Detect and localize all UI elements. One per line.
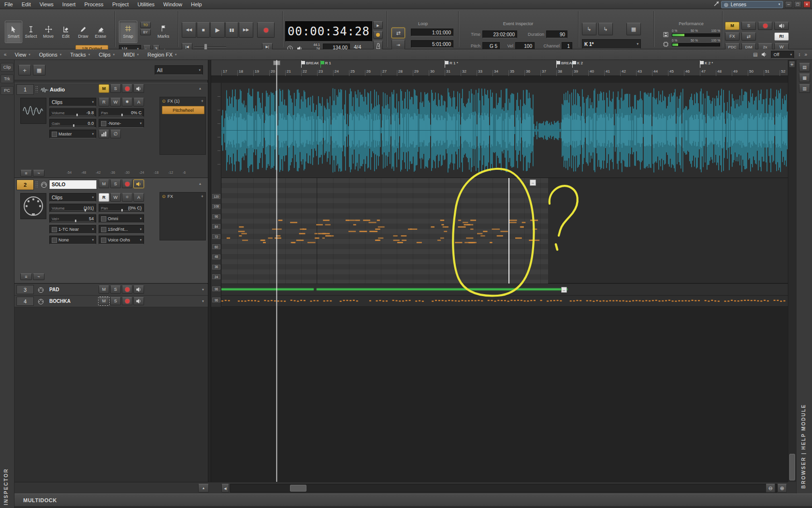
stop-button[interactable]: ■ bbox=[197, 22, 210, 38]
track2-arm-button[interactable] bbox=[122, 179, 132, 188]
lenses-dropdown[interactable]: ◎ Lenses ▾ bbox=[721, 1, 783, 8]
track2-automation-lanes-button[interactable]: ≡ bbox=[20, 273, 32, 280]
add-track-button[interactable]: + bbox=[18, 65, 31, 75]
track1-volume-slider[interactable]: Volume-9.8 bbox=[49, 108, 96, 117]
track-header-2[interactable]: 2 SOLO M S ▴ Clips R W ✱ A Volume(101) P… bbox=[14, 178, 208, 284]
expand-up-button[interactable]: ▴ bbox=[198, 484, 209, 493]
vertical-scrollbar[interactable]: + bbox=[788, 60, 796, 482]
clip-edge-handle-icon[interactable]: ↔ bbox=[561, 287, 567, 293]
list-icon[interactable]: ▤ bbox=[753, 52, 757, 57]
pad-clip-segment[interactable] bbox=[221, 288, 314, 290]
track1-edit-filter[interactable]: Clips bbox=[49, 98, 96, 106]
global-fx-bypass-button[interactable]: FX bbox=[725, 32, 740, 41]
track2-velocity-slider[interactable]: Vel+54 bbox=[49, 214, 96, 223]
track1-mute-button[interactable]: M bbox=[99, 84, 109, 93]
menu-insert[interactable]: Insert bbox=[58, 0, 80, 9]
track1-input-dropdown[interactable]: -None- bbox=[99, 119, 144, 128]
viewmenu-view[interactable]: View bbox=[11, 49, 35, 60]
updown-icon[interactable]: ↕ bbox=[798, 52, 800, 57]
track2-envelope-button[interactable]: ~ bbox=[33, 273, 44, 280]
track2-read-button[interactable]: R bbox=[99, 193, 109, 202]
collapse-chevron-icon[interactable]: ▴ bbox=[196, 180, 204, 187]
grid-icon-button[interactable]: ▦ bbox=[626, 23, 641, 35]
collapse-left-icon[interactable]: « bbox=[0, 52, 11, 57]
track1-arm-button[interactable] bbox=[122, 84, 132, 93]
track3-mute-button[interactable]: M bbox=[99, 285, 109, 294]
pin-icon[interactable] bbox=[713, 1, 719, 8]
track1-fx-bin[interactable]: ⊙FX (1)+ Pitchwheel bbox=[160, 97, 206, 155]
inspector-tab[interactable]: INSPECTOR bbox=[3, 449, 9, 505]
menu-project[interactable]: Project bbox=[108, 0, 133, 9]
track-filter-dropdown[interactable]: All bbox=[155, 65, 203, 75]
play-button[interactable]: ▶ bbox=[210, 22, 225, 38]
track1-archive-button[interactable]: A bbox=[133, 98, 144, 106]
global-solo-button[interactable]: S bbox=[741, 22, 756, 30]
hscroll-track[interactable] bbox=[230, 484, 777, 493]
track1-gain-slider[interactable]: Gain0.0 bbox=[49, 119, 96, 128]
track4-arm-button[interactable] bbox=[122, 297, 132, 305]
power-icon[interactable]: ⊙ bbox=[162, 99, 166, 104]
midi-clip-lane-bochka[interactable] bbox=[211, 296, 788, 307]
tool-edit[interactable]: Edit bbox=[57, 21, 74, 43]
pause-button[interactable]: ▮▮ bbox=[225, 22, 238, 38]
track2-output-dropdown[interactable]: 1SndFnt... bbox=[99, 225, 144, 234]
close-button[interactable]: × bbox=[803, 1, 811, 8]
track2-channel-dropdown[interactable]: Omni bbox=[99, 214, 144, 223]
track1-freeze-button[interactable]: ✱ bbox=[122, 98, 132, 106]
track2-freeze-button[interactable]: ✱ bbox=[122, 193, 132, 202]
track1-pan-slider[interactable]: Pan0% C bbox=[99, 108, 144, 117]
time-display[interactable]: 00:00:34:28 bbox=[285, 21, 372, 42]
track1-phase-button[interactable]: ∅ bbox=[110, 130, 121, 138]
track2-input-dropdown[interactable]: 1-TC Near bbox=[49, 225, 96, 234]
menu-views[interactable]: Views bbox=[35, 0, 58, 9]
maximize-button[interactable]: □ bbox=[794, 1, 801, 8]
forward-button[interactable]: ▶▶ bbox=[239, 22, 253, 38]
track2-pan-slider[interactable]: Pan(0% C) bbox=[99, 204, 144, 212]
menu-utilities[interactable]: Utilities bbox=[133, 0, 159, 9]
track4-number[interactable]: 4 bbox=[16, 297, 34, 306]
track2-number[interactable]: 2 bbox=[16, 179, 34, 190]
track1-automation-lanes-button[interactable]: ≡ bbox=[20, 170, 32, 177]
shuttle-slider-track[interactable] bbox=[194, 46, 226, 47]
track2-fx-bin[interactable]: ⊙FX+ bbox=[160, 192, 206, 240]
power-icon[interactable]: ⊙ bbox=[162, 194, 166, 199]
snap-to-toggle[interactable]: TO bbox=[140, 22, 151, 28]
add-fx-icon[interactable]: + bbox=[201, 99, 203, 104]
track1-envelope-button[interactable]: ~ bbox=[33, 170, 44, 177]
pad-clip-segment[interactable] bbox=[317, 288, 567, 290]
menu-process[interactable]: Process bbox=[80, 0, 108, 9]
input-echo-dropdown[interactable]: Off bbox=[771, 51, 794, 59]
global-monitor-button[interactable] bbox=[774, 22, 789, 30]
dock-tab-clip[interactable]: Clip bbox=[0, 63, 14, 72]
track4-name[interactable]: BOCHKA bbox=[49, 297, 71, 306]
tool-erase[interactable]: Erase bbox=[92, 21, 109, 43]
track1-number[interactable]: 1 bbox=[16, 84, 34, 95]
expand-chevron-icon[interactable]: ▾ bbox=[199, 286, 207, 293]
screenset-dropdown[interactable]: K 1* bbox=[582, 39, 641, 49]
track3-echo-button[interactable] bbox=[133, 285, 144, 294]
track-header-3[interactable]: 3 PAD M S ▾ bbox=[14, 284, 208, 296]
viewmenu-midi[interactable]: MIDI bbox=[119, 49, 143, 60]
scroll-left-button[interactable]: ◀ bbox=[221, 484, 229, 493]
browser-tab-icon[interactable]: ▤ bbox=[799, 63, 810, 72]
track1-write-button[interactable]: W bbox=[110, 98, 121, 106]
vscroll-thumb[interactable] bbox=[789, 454, 795, 480]
punch-toggle-button[interactable]: ⇥ bbox=[392, 40, 405, 50]
browser-help-tab[interactable]: BROWSER | HELP MODULE bbox=[801, 334, 806, 489]
record-arm-mini-button[interactable] bbox=[373, 31, 383, 39]
track-header-1[interactable]: 1 Audio M S ▴ Clips R W ✱ A Volume-9.8 P… bbox=[14, 83, 208, 178]
io-bypass-button[interactable]: ⇄ bbox=[741, 32, 756, 41]
track2-patch-dropdown[interactable]: Voice Oohs bbox=[99, 236, 144, 244]
track4-mute-button[interactable]: M bbox=[99, 297, 109, 305]
ei-duration-field[interactable]: 90 bbox=[546, 30, 567, 38]
viewmenu-region-fx[interactable]: Region FX bbox=[143, 49, 181, 60]
track2-echo-button[interactable] bbox=[133, 179, 144, 188]
viewmenu-options[interactable]: Options bbox=[35, 49, 66, 60]
track2-write-button[interactable]: W bbox=[110, 193, 121, 202]
track2-solo-button[interactable]: S bbox=[110, 179, 121, 188]
tool-move[interactable]: Move bbox=[40, 21, 57, 43]
ei-channel-field[interactable]: 1 bbox=[562, 42, 572, 50]
track1-echo-button[interactable] bbox=[133, 84, 144, 93]
tool-smart[interactable]: Smart bbox=[5, 21, 22, 43]
dock-tab-pc[interactable]: PC bbox=[0, 86, 14, 95]
